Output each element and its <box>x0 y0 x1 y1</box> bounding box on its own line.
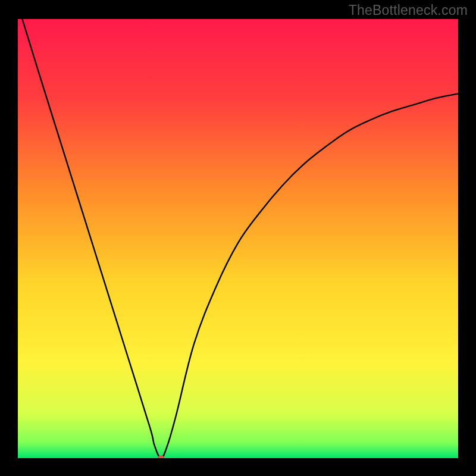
gradient-background <box>18 19 458 458</box>
chart-frame: TheBottleneck.com <box>0 0 476 476</box>
plot-area <box>18 19 458 458</box>
watermark-text: TheBottleneck.com <box>349 2 468 18</box>
chart-svg <box>18 19 458 458</box>
